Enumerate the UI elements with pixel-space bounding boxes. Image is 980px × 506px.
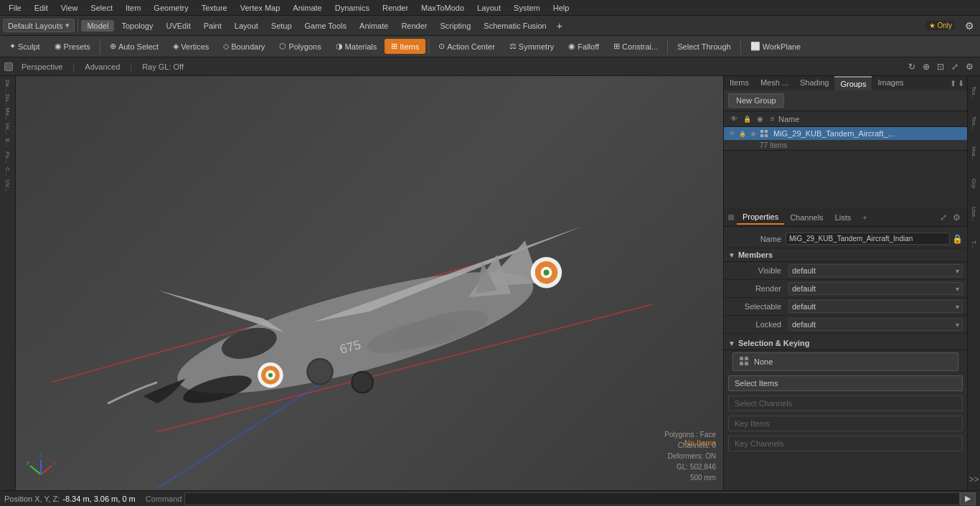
tab-shading[interactable]: Shading [794,76,834,90]
menu-dynamics[interactable]: Dynamics [329,2,375,14]
lock-orange-icon[interactable]: 🔒 [950,234,963,244]
sidebar-group[interactable]: Grp [969,169,979,198]
select-through-button[interactable]: Select Through [671,39,737,54]
constraints-button[interactable]: ⊞ Constrai... [607,39,664,54]
command-input[interactable] [184,492,960,505]
sidebar-item-7[interactable]: UV... [1,179,14,192]
tab-groups[interactable]: Groups [834,76,872,90]
select-items-button[interactable]: Select Items [728,375,963,391]
menu-render[interactable]: Render [377,2,414,14]
menu-layout[interactable]: Layout [471,2,507,14]
prop-settings-icon[interactable]: ⚙ [951,212,963,223]
menu-select[interactable]: Select [85,2,118,14]
auto-select-button[interactable]: ⊕ Auto Select [103,39,165,54]
boundary-button[interactable]: ◇ Boundary [217,39,271,54]
menu-edit[interactable]: Edit [29,2,54,14]
selectable-dropdown[interactable]: default ▾ [788,300,963,313]
item-visibility[interactable]: 👁 [727,128,737,139]
sidebar-item-1[interactable]: Du... [1,93,14,106]
menu-animate[interactable]: Animate [287,2,327,14]
scene-item-mig[interactable]: 👁 🔒 ◉ MiG_29_KUB_Tandem_Aircraft_... [724,127,967,140]
viewport-icon-zoom[interactable]: ⊕ [920,61,932,72]
item-lock[interactable]: 🔒 [738,128,748,139]
tab-render[interactable]: Render [395,20,433,32]
none-button[interactable]: None [732,352,958,371]
visibility-icon[interactable]: 👁 [728,113,740,125]
tab-uvedit[interactable]: UVEdit [160,20,196,32]
polygons-button[interactable]: ⬡ Polygons [273,39,327,54]
menu-view[interactable]: View [55,2,84,14]
workplane-button[interactable]: ⬜ WorkPlane [744,39,808,54]
presets-button[interactable]: ◉ Presets [48,39,97,54]
prop-maximize-icon[interactable]: ⤢ [938,212,949,223]
sidebar-user-c[interactable]: Use... [969,200,979,228]
members-section-header[interactable]: ▼ Members [724,248,967,262]
menu-texture[interactable]: Texture [196,2,233,14]
visible-dropdown[interactable]: default ▾ [788,264,963,277]
item-name[interactable]: MiG_29_KUB_Tandem_Aircraft_... [771,129,964,138]
menu-geometry[interactable]: Geometry [148,2,194,14]
expand-icon[interactable]: ⬆ [950,79,956,88]
tab-items[interactable]: Items [724,76,755,90]
sidebar-item-4[interactable]: E... [1,136,14,149]
sidebar-item-6[interactable]: C... [1,165,14,178]
tab-scripting[interactable]: Scripting [435,20,477,32]
lock-icon[interactable]: 🔒 [741,113,753,125]
viewport-icon-fit[interactable]: ⊡ [935,61,946,72]
materials-button[interactable]: ◑ Materials [329,39,384,54]
command-send-button[interactable]: ▶ [960,492,976,505]
tab-model[interactable]: Model [81,20,114,32]
item-render[interactable]: ◉ [748,128,758,139]
viewport[interactable]: 675 No Items Polygons : Face Channels: 0… [16,76,723,490]
falloff-button[interactable]: ◉ Falloff [562,39,606,54]
name-input[interactable] [786,233,950,245]
tab-images[interactable]: Images [872,76,909,90]
symmetry-button[interactable]: ⚖ Symmetry [503,39,561,54]
viewport-icon-settings[interactable]: ⚙ [963,61,976,72]
render-dropdown[interactable]: default ▾ [788,282,963,295]
list-icon[interactable]: ≡ [767,113,778,125]
menu-help[interactable]: Help [547,2,575,14]
add-tab-button[interactable]: + [554,20,565,32]
tab-properties[interactable]: Properties [737,210,784,225]
new-group-button[interactable]: New Group [728,93,784,108]
sidebar-item-2[interactable]: Me... [1,108,14,121]
tab-schematic[interactable]: Schematic Fusion [478,20,552,32]
viewport-mode[interactable]: Perspective [17,61,67,72]
viewport-shading[interactable]: Advanced [80,61,124,72]
action-center-button[interactable]: ⊙ Action Center [432,39,501,54]
viewport-canvas[interactable]: 675 No Items Polygons : Face Channels: 0… [16,76,723,490]
sidebar-texture-2[interactable]: Tex... [969,109,979,138]
menu-maxtomodo[interactable]: MaxToModo [415,2,470,14]
sidebar-item-3[interactable]: Ve... [1,122,14,135]
properties-collapse[interactable] [728,215,734,220]
sidebar-image[interactable]: Ima... [969,139,979,168]
tab-animate[interactable]: Animate [354,20,394,32]
sidebar-texture-1[interactable]: Tex... [969,79,979,108]
sculpt-button[interactable]: ✦ Sculpt [3,39,47,54]
viewport-renderer[interactable]: Ray GL: Off [138,61,188,72]
menu-item[interactable]: Item [120,2,146,14]
items-button[interactable]: ⊞ Items [385,39,425,54]
menu-system[interactable]: System [508,2,546,14]
tab-topology[interactable]: Topology [116,20,159,32]
tab-setup[interactable]: Setup [265,20,298,32]
settings-icon[interactable]: ⚙ [962,20,977,32]
tab-add[interactable]: + [857,211,872,224]
tab-paint[interactable]: Paint [198,20,227,32]
sidebar-item-5[interactable]: Po... [1,151,14,164]
sidebar-collapse-arrow[interactable]: >> [969,472,979,487]
tab-lists[interactable]: Lists [829,211,857,224]
sidebar-item-0[interactable]: De... [1,79,14,92]
tab-layout[interactable]: Layout [229,20,264,32]
locked-dropdown[interactable]: default ▾ [788,318,963,331]
vertices-button[interactable]: ◈ Vertices [166,39,215,54]
tab-game-tools[interactable]: Game Tools [299,20,353,32]
tab-channels[interactable]: Channels [784,211,829,224]
menu-file[interactable]: File [3,2,27,14]
render-icon[interactable]: ◉ [754,113,765,125]
viewport-icon-maximize[interactable]: ⤢ [949,61,961,72]
sidebar-t[interactable]: T... [969,230,979,258]
layout-dropdown[interactable]: Default Layouts ▾ [3,19,75,32]
viewport-toggle[interactable] [4,62,13,71]
